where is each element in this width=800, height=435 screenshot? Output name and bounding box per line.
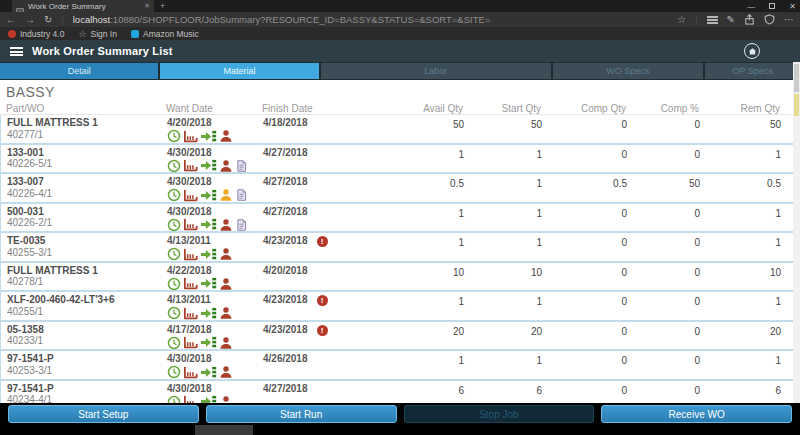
table-row[interactable]: 500-031 40226-2/1 4/30/2018 xyxy=(0,204,800,234)
forward-icon[interactable]: → xyxy=(25,15,35,25)
table-row[interactable]: FULL MATTRESS 1 40278/1 4/22/2018 xyxy=(0,263,800,293)
comp-pct: 0 xyxy=(627,204,700,233)
scrollbar-track[interactable] xyxy=(793,62,800,403)
finish-date: 4/18/2018 xyxy=(263,115,308,129)
taskbar-item[interactable] xyxy=(195,425,253,435)
address-bar: ← → ↻ | localhost:10880/SHOPFLOOR/JobSum… xyxy=(0,12,800,27)
url-field[interactable]: localhost:10880/SHOPFLOOR/JobSummary?RES… xyxy=(73,14,669,25)
table-row[interactable]: XLF-200-460-42-LT'3+6 40255/1 4/13/2011 xyxy=(0,292,800,322)
want-date-cell: 4/13/2011 xyxy=(167,292,263,321)
want-date: 4/13/2011 xyxy=(167,292,263,306)
document-icon xyxy=(235,159,248,173)
tab-close-icon[interactable]: ✕ xyxy=(144,2,150,10)
want-date: 4/22/2018 xyxy=(167,263,263,277)
operator-icon xyxy=(219,306,233,320)
operator-icon xyxy=(219,277,233,291)
avail-qty: 0.5 xyxy=(393,174,464,203)
issue-material-icon xyxy=(200,129,217,144)
part-number: 133-001 xyxy=(7,145,167,159)
table-row[interactable]: 133-007 40226-4/1 4/30/2018 xyxy=(0,174,800,204)
comp-pct: 0 xyxy=(627,263,700,292)
minimize-button[interactable]: — xyxy=(747,2,755,11)
table-row[interactable]: TE-0035 40255-3/1 4/13/2011 xyxy=(0,233,800,263)
machine-icon xyxy=(183,158,198,173)
browser-tab[interactable]: Work Order Summary ✕ xyxy=(12,0,154,12)
comp-qty: 0 xyxy=(542,292,627,321)
resource-title: BASSY xyxy=(6,84,800,100)
start-qty: 1 xyxy=(464,174,542,203)
rem-qty: 1 xyxy=(700,292,781,321)
part-number: XLF-200-460-42-LT'3+6 xyxy=(7,292,167,306)
finish-date: 4/23/2018 xyxy=(263,292,308,306)
maximize-button[interactable] xyxy=(769,3,775,9)
part-number: 500-031 xyxy=(7,204,167,218)
tab-detail[interactable]: Detail xyxy=(0,63,158,79)
comp-pct: 0 xyxy=(627,145,700,174)
comp-qty: 0 xyxy=(542,115,627,144)
finish-date-cell: 4/23/2018 ! xyxy=(263,233,393,262)
favorites-star-icon[interactable]: ☆ xyxy=(677,15,686,25)
col-want-date: Want Date xyxy=(166,103,262,114)
bookmark-sign-in[interactable]: ☆ Sign In xyxy=(78,29,117,39)
browser-window: Work Order Summary ✕ + — ✕ ← → ↻ | local… xyxy=(0,0,800,435)
shield-icon[interactable] xyxy=(764,11,775,29)
hub-icon[interactable] xyxy=(707,16,718,24)
start-qty: 1 xyxy=(464,351,542,380)
close-button[interactable]: ✕ xyxy=(789,2,796,11)
table-row[interactable]: FULL MATTRESS 1 40277/1 4/20/2018 xyxy=(0,115,800,145)
more-options-icon[interactable]: ⋯ xyxy=(784,15,794,25)
taskbar-strip xyxy=(0,425,800,435)
table-row[interactable]: 133-001 40226-5/1 4/30/2018 xyxy=(0,145,800,175)
web-note-icon[interactable]: ✎ xyxy=(727,15,735,25)
want-date: 4/17/2018 xyxy=(167,322,263,336)
avail-qty: 1 xyxy=(393,233,464,262)
part-wo-cell: FULL MATTRESS 1 40277/1 xyxy=(7,115,167,144)
refresh-icon[interactable]: ↻ xyxy=(44,15,52,25)
operator-icon xyxy=(219,336,233,350)
tab-wo-specs[interactable]: WO Specs xyxy=(553,63,703,79)
share-icon[interactable] xyxy=(744,11,755,29)
new-tab-button[interactable]: + xyxy=(160,1,165,11)
want-date-cell: 4/20/2018 xyxy=(167,115,263,144)
comp-pct: 0 xyxy=(627,322,700,351)
work-order-table-body: FULL MATTRESS 1 40277/1 4/20/2018 xyxy=(0,115,800,410)
tab-material[interactable]: Material xyxy=(160,63,318,79)
back-icon[interactable]: ← xyxy=(6,15,16,25)
start-setup-button[interactable]: Start Setup xyxy=(8,405,199,423)
divider: | xyxy=(61,15,63,25)
part-wo-cell: XLF-200-460-42-LT'3+6 40255/1 xyxy=(7,292,167,321)
rem-qty: 1 xyxy=(700,233,781,262)
home-icon[interactable] xyxy=(744,43,760,59)
scrollbar-thumb[interactable] xyxy=(794,64,799,92)
table-row[interactable]: 05-1358 40233/1 4/17/2018 xyxy=(0,322,800,352)
avail-qty: 10 xyxy=(393,263,464,292)
start-run-button[interactable]: Start Run xyxy=(206,405,397,423)
want-date: 4/30/2018 xyxy=(167,351,263,365)
col-start-qty: Start Qty xyxy=(463,103,541,114)
table-row[interactable]: 97-1541-P 40253-3/1 4/30/2018 xyxy=(0,351,800,381)
issue-material-icon xyxy=(200,365,217,380)
rem-qty: 20 xyxy=(700,322,781,351)
bookmark-industry[interactable]: Industry 4.0 xyxy=(8,29,64,39)
want-date-cell: 4/30/2018 xyxy=(167,174,263,203)
comp-qty: 0 xyxy=(542,204,627,233)
finish-date-cell: 4/23/2018 ! xyxy=(263,322,393,351)
rem-qty: 0.5 xyxy=(700,174,781,203)
machine-icon xyxy=(183,188,198,203)
clock-icon xyxy=(167,188,181,202)
clock-icon xyxy=(167,218,181,232)
finish-date-cell: 4/27/2018 ! xyxy=(263,204,393,233)
scrollbar-marker xyxy=(794,94,799,116)
issue-material-icon xyxy=(200,188,217,203)
menu-hamburger-icon[interactable] xyxy=(10,47,23,56)
tab-op-specs[interactable]: OP Specs xyxy=(705,63,800,79)
url-path: :10880/SHOPFLOOR/JobSummary?RESOURCE_ID=… xyxy=(110,14,490,25)
col-comp-qty: Comp Qty xyxy=(541,103,626,114)
finish-date-cell: 4/27/2018 ! xyxy=(263,145,393,174)
finish-date: 4/27/2018 xyxy=(263,381,308,395)
finish-date: 4/27/2018 xyxy=(263,174,308,188)
tab-labor[interactable]: Labor xyxy=(321,63,551,79)
bookmark-amazon-music[interactable]: Amazon Music xyxy=(131,29,199,39)
want-date-cell: 4/30/2018 xyxy=(167,145,263,174)
receive-wo-button[interactable]: Receive WO xyxy=(601,405,792,423)
